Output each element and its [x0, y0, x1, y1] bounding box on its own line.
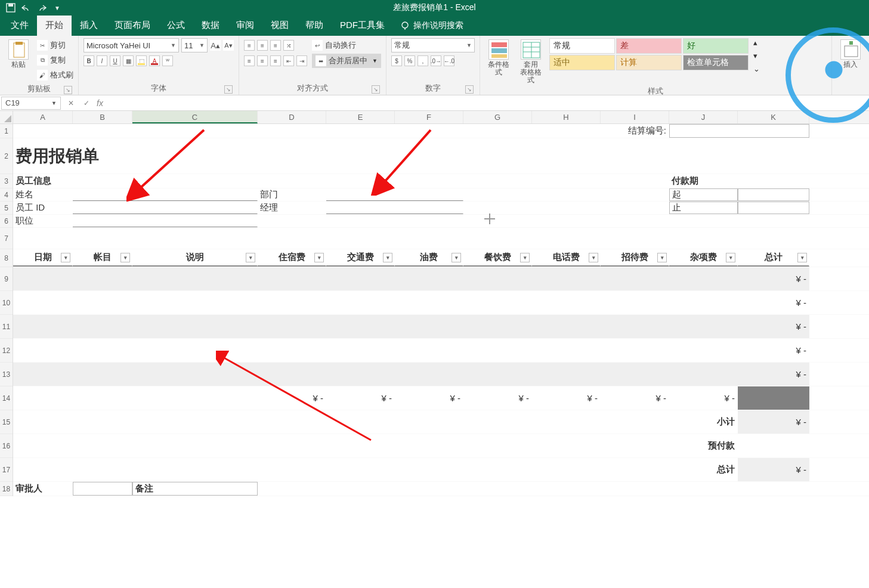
table-cell[interactable] [601, 315, 669, 338]
cell[interactable] [13, 124, 601, 138]
row-header[interactable]: 1 [0, 124, 13, 138]
align-middle-icon[interactable]: ≡ [257, 40, 268, 51]
cell-styles-gallery[interactable]: 常规差好适中计算检查单元格 [549, 38, 749, 70]
column-header[interactable]: D [258, 111, 326, 123]
row-header[interactable]: 17 [0, 458, 13, 482]
tell-me[interactable]: 操作说明搜索 [393, 16, 471, 36]
gallery-up-icon[interactable]: ▴ [753, 38, 763, 50]
style-cell[interactable]: 适中 [549, 55, 615, 70]
table-cell[interactable] [395, 315, 463, 338]
style-cell[interactable]: 好 [683, 38, 749, 54]
name-box[interactable]: C19▼ [1, 97, 61, 110]
table-cell[interactable] [258, 363, 326, 386]
filter-icon[interactable]: ▾ [520, 253, 530, 262]
table-cell[interactable] [395, 267, 463, 290]
column-header[interactable]: B [73, 111, 132, 123]
font-name-combo[interactable]: Microsoft YaHei UI▼ [84, 38, 179, 52]
indent-increase-icon[interactable]: ⇥ [296, 55, 307, 66]
table-cell[interactable]: ¥ - [738, 339, 809, 362]
font-size-combo[interactable]: 11▼ [181, 38, 208, 52]
filter-icon[interactable]: ▾ [726, 253, 735, 262]
conditional-format-button[interactable]: 条件格式 [485, 38, 512, 76]
qat-customize-icon[interactable]: ▼ [51, 2, 63, 14]
tab-home[interactable]: 开始 [37, 15, 72, 36]
filter-icon[interactable]: ▾ [451, 253, 461, 262]
table-cell[interactable] [669, 315, 738, 338]
row-header[interactable]: 11 [0, 315, 13, 339]
cell[interactable] [13, 410, 669, 434]
row-header[interactable]: 7 [0, 228, 13, 249]
gallery-more-icon[interactable]: ⌄ [753, 64, 763, 76]
cell[interactable] [13, 228, 809, 249]
tab-help[interactable]: 帮助 [297, 15, 332, 36]
filter-icon[interactable]: ▾ [383, 253, 392, 262]
table-cell[interactable] [601, 363, 669, 386]
table-cell[interactable] [463, 315, 532, 338]
column-header[interactable]: I [601, 111, 669, 123]
table-cell[interactable]: ¥ - [738, 363, 809, 386]
font-color-button[interactable]: A [149, 55, 160, 66]
decrease-font-icon[interactable]: A▾ [223, 40, 234, 51]
row-header[interactable]: 6 [0, 215, 13, 228]
table-cell[interactable] [669, 267, 738, 290]
filter-icon[interactable]: ▾ [589, 253, 598, 262]
name-input[interactable] [73, 188, 258, 201]
tab-layout[interactable]: 页面布局 [106, 15, 159, 36]
border-button[interactable]: ▦ [123, 55, 134, 66]
table-cell[interactable] [13, 339, 73, 362]
column-header[interactable]: E [326, 111, 395, 123]
table-cell[interactable] [73, 315, 132, 338]
increase-decimal-icon[interactable]: .0→ [431, 55, 441, 66]
table-cell[interactable] [326, 339, 395, 362]
table-cell[interactable] [463, 339, 532, 362]
advance-value[interactable] [738, 434, 809, 457]
align-left-icon[interactable]: ≡ [244, 55, 255, 66]
table-cell[interactable] [132, 339, 258, 362]
table-cell[interactable] [601, 291, 669, 314]
table-cell[interactable] [73, 291, 132, 314]
phonetic-button[interactable]: ᵂ [162, 55, 173, 66]
approver-input[interactable] [73, 482, 132, 496]
settlement-input[interactable] [669, 124, 809, 138]
cell[interactable] [463, 188, 669, 201]
align-right-icon[interactable]: ≡ [270, 55, 281, 66]
filter-icon[interactable]: ▾ [120, 253, 130, 262]
row-header[interactable]: 16 [0, 434, 13, 458]
cell[interactable] [258, 215, 809, 227]
format-as-table-button[interactable]: 套用 表格格式 [517, 38, 545, 85]
filter-icon[interactable]: ▾ [314, 253, 324, 262]
row-header[interactable]: 18 [0, 482, 13, 496]
empid-input[interactable] [73, 202, 258, 214]
tab-review[interactable]: 审阅 [228, 15, 262, 36]
cell[interactable] [258, 174, 669, 188]
table-cell[interactable] [669, 363, 738, 386]
table-cell[interactable] [395, 291, 463, 314]
table-cell[interactable] [395, 339, 463, 362]
table-cell[interactable] [463, 291, 532, 314]
cell-area[interactable]: 结算编号:费用报销单员工信息付款期姓名部门起员工 ID经理止职位日期▾帐目▾说明… [13, 124, 869, 496]
table-cell[interactable] [13, 315, 73, 338]
row-header[interactable]: 12 [0, 339, 13, 363]
cell[interactable] [13, 458, 669, 481]
bold-button[interactable]: B [84, 55, 94, 66]
row-header[interactable]: 4 [0, 188, 13, 202]
table-cell[interactable]: ¥ - [738, 291, 809, 314]
row-header[interactable]: 15 [0, 410, 13, 434]
redo-icon[interactable] [36, 2, 48, 14]
table-cell[interactable] [132, 363, 258, 386]
filter-icon[interactable]: ▾ [61, 253, 70, 262]
table-cell[interactable] [532, 267, 601, 290]
table-cell[interactable]: ¥ - [738, 267, 809, 290]
table-cell[interactable] [463, 363, 532, 386]
filter-icon[interactable]: ▾ [246, 253, 255, 262]
percent-format-icon[interactable]: % [404, 55, 415, 66]
cell[interactable] [13, 434, 669, 457]
table-cell[interactable] [601, 339, 669, 362]
table-cell[interactable] [258, 315, 326, 338]
fx-icon[interactable]: fx [94, 98, 106, 108]
dialog-launcher-icon[interactable]: ↘ [465, 85, 474, 94]
column-header[interactable]: J [669, 111, 738, 123]
tab-file[interactable]: 文件 [2, 15, 37, 36]
save-icon[interactable] [5, 2, 17, 14]
cell[interactable] [463, 202, 669, 214]
